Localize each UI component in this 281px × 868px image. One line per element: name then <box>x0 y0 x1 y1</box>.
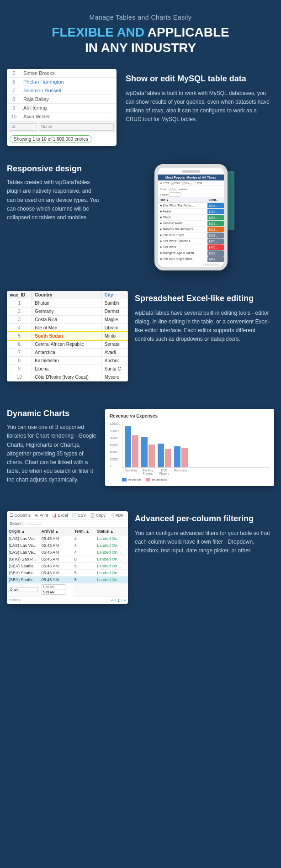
table-row: (LAS) Las Ve...05:45 AM4Landed On... <box>7 549 128 556</box>
bar-group-speakers <box>125 426 138 467</box>
list-item: ★ Star Wars: The Force…$936... <box>158 203 224 209</box>
pagination: « ‹ 1 › » <box>111 598 126 603</box>
bar-expense-bluray <box>148 445 155 467</box>
mysql-heading: Show or edit MySQL table data <box>126 74 272 84</box>
header-title: FLEXIBLE AND APPLICABLE IN ANY INDUSTRY <box>18 25 263 55</box>
list-item: ★ Star Wars: Episode I…$474... <box>158 238 224 244</box>
responsive-body: Tables created with wpDataTables plugin … <box>7 178 101 222</box>
list-item: ★ Jurassic World$652... <box>158 221 224 227</box>
charts-section: Dynamic Charts You can use one of 3 supp… <box>0 400 281 495</box>
bar-expense-receivers <box>181 448 188 467</box>
table-row: 10Côte D'Ivoire (Ivory Coast)Mysore <box>7 373 128 381</box>
list-item: ★ Titanic$658... <box>158 215 224 221</box>
filtering-section: ☰ Columns 🖨 Print 📊 Excel 📄 CSV 📋 Copy 📄… <box>0 504 281 618</box>
filter-search-row: Search: <box>7 520 128 528</box>
mysql-demo-table: 5Simon Brooks 6Phelan Harrington 7Solomo… <box>7 69 117 121</box>
table-row: (LAS) Las Ve...05:45 AM4Landed On... <box>7 542 128 549</box>
filtering-table-card: ☰ Columns 🖨 Print 📊 Excel 📄 CSV 📋 Copy 📄… <box>7 511 128 604</box>
header: Manage Tables and Charts Easily FLEXIBLE… <box>0 0 281 64</box>
table-row: (SEA) Seattle05:45 AM5Landed On... <box>7 570 128 577</box>
header-title-line2: IN ANY INDUSTRY <box>85 41 196 55</box>
table-row: 3Costa RicaMaglie <box>7 316 128 324</box>
list-item: ★ Avatar$760... <box>158 209 224 215</box>
phone-show-row: Show 10 ▾ entries <box>158 186 224 192</box>
bar-group-bluray <box>141 437 155 467</box>
bar-revenue-dvd <box>158 444 164 467</box>
mysql-section: 5Simon Brooks 6Phelan Harrington 7Solomo… <box>0 64 281 155</box>
phone-table-title: Most Popular Movies of All Times <box>158 175 224 180</box>
spreadsheet-demo-table: wac_ID Country City 1BhutanSambh 2German… <box>7 291 128 381</box>
table-row: (SEA) Seattle05:45 AM5Landed On... <box>7 563 128 570</box>
table-header-row: Origin ▲ Arrival ▲ Term. ▲ Status ▲ <box>7 528 128 535</box>
mysql-table-card: 5Simon Brooks 6Phelan Harrington 7Solomo… <box>7 69 117 146</box>
chart-x-labels: Speakers Blu-Ray Players DVD Players Rec… <box>122 469 270 475</box>
list-item: ★ Avengers: Age of Ultron$459... <box>158 250 224 256</box>
bar-group-receivers <box>174 446 188 467</box>
table-row: 2GermanyDarmst <box>7 307 128 316</box>
arrival-filter-min[interactable] <box>42 584 65 589</box>
bar-revenue-bluray <box>141 437 148 467</box>
responsive-section: Responsive design Tables created with wp… <box>0 155 281 275</box>
table-row: (SEA) Seattle05:45 AM5Landed On... <box>7 577 128 583</box>
mysql-footer: Showing 1 to 10 of 1,600,000 entries <box>7 132 117 146</box>
phone-total: Σ $ 6,003,911... <box>158 262 224 267</box>
filtering-body: You can configure advanced filters for y… <box>135 529 272 556</box>
legend-expenses: expenses <box>146 477 167 482</box>
filter-table-footer: entries « ‹ 1 › » <box>7 597 128 604</box>
bar-revenue-receivers <box>174 446 180 467</box>
charts-heading: Dynamic Charts <box>7 409 98 418</box>
arrival-filter-max[interactable] <box>42 590 65 595</box>
chart-bars <box>122 422 270 468</box>
showing-badge: Showing 1 to 10 of 1,600,000 entries <box>10 135 92 143</box>
mysql-body: wpDataTables is built to work with MySQL… <box>126 89 272 124</box>
spreadsheet-table-card: wac_ID Country City 1BhutanSambh 2German… <box>7 291 128 381</box>
phone-search: Search: <box>158 192 224 197</box>
table-row: 5South SudanMinto <box>7 332 128 340</box>
table-row: 7AntarcticaAvadi <box>7 349 128 357</box>
responsive-heading: Responsive design <box>7 164 101 174</box>
charts-content: Dynamic Charts You can use one of 3 supp… <box>7 409 105 486</box>
table-row: (LAS) Las Ve...05:45 AM4Landed On... <box>7 535 128 542</box>
filter-input-row <box>7 583 128 597</box>
header-subtitle: Manage Tables and Charts Easily <box>18 14 263 21</box>
spreadsheet-heading: Spreadsheet Excel-like editing <box>135 293 272 304</box>
responsive-content: Responsive design Tables created with wp… <box>7 164 107 270</box>
chart-legend: revenue expenses <box>122 477 270 482</box>
table-row: 9LiberiaSanta C <box>7 365 128 373</box>
chart-card: Revenue vs Expenses 120000 100000 80000 … <box>105 409 274 486</box>
bar-revenue-speakers <box>125 426 131 467</box>
bar-group-dvd <box>158 444 171 467</box>
list-item: ★ Star Wars$460... <box>158 244 224 250</box>
chart-area-wrapper: 120000 100000 80000 60000 40000 20000 0 <box>110 422 270 482</box>
phone-mini-table: Title ▲ Lifeti... ★ Star Wars: The Force… <box>158 197 224 262</box>
mysql-content: Show or edit MySQL table data wpDataTabl… <box>123 69 281 146</box>
list-item: ★ Marvel's The Avengers$623... <box>158 227 224 233</box>
filter-toolbar: ☰ Columns 🖨 Print 📊 Excel 📄 CSV 📋 Copy 📄… <box>7 511 128 520</box>
list-item: ★ The Dark Knight$533... <box>158 233 224 238</box>
filtering-heading: Advanced per-column filtering <box>135 513 272 524</box>
table-row: 6Central African RepublicSerrata <box>7 340 128 349</box>
chart-y-labels: 120000 100000 80000 60000 40000 20000 0 <box>110 422 120 468</box>
chart-bars-area: Speakers Blu-Ray Players DVD Players Rec… <box>122 422 270 482</box>
spreadsheet-section: wac_ID Country City 1BhutanSambh 2German… <box>0 284 281 391</box>
charts-body: You can use one of 3 supported libraries… <box>7 423 98 484</box>
bar-expense-speakers <box>132 435 138 467</box>
filtering-content: Advanced per-column filtering You can co… <box>135 511 274 604</box>
bar-expense-dvd <box>165 449 171 467</box>
phone-screen: Most Popular Movies of All Times 🖨 Print… <box>158 175 224 267</box>
table-row: 1BhutanSambh <box>7 299 128 307</box>
table-row: 4Isle of ManLibram <box>7 324 128 332</box>
phone-speaker <box>182 170 200 173</box>
phone-mockup: Most Popular Movies of All Times 🖨 Print… <box>107 164 274 270</box>
legend-revenue: revenue <box>122 477 141 482</box>
list-item: ★ The Dark Knight Rises$448... <box>158 256 224 262</box>
spreadsheet-body: wpDataTables have several built-in editi… <box>135 309 272 344</box>
header-title-line1-highlight: FLEXIBLE AND <box>52 25 147 39</box>
table-row: (GRU) Sao P...05:45 AM8Landed On... <box>7 556 128 563</box>
table-row: 8KazakhstanAnchor <box>7 357 128 365</box>
origin-filter-input[interactable] <box>9 587 38 592</box>
filter-demo-table: Origin ▲ Arrival ▲ Term. ▲ Status ▲ (LAS… <box>7 528 128 597</box>
spreadsheet-content: Spreadsheet Excel-like editing wpDataTab… <box>135 291 274 381</box>
chart-title: Revenue vs Expenses <box>110 413 270 418</box>
phone-controls: 🖨 Print 📊 CSV 📋 Copy 📄 PDF <box>158 180 224 186</box>
